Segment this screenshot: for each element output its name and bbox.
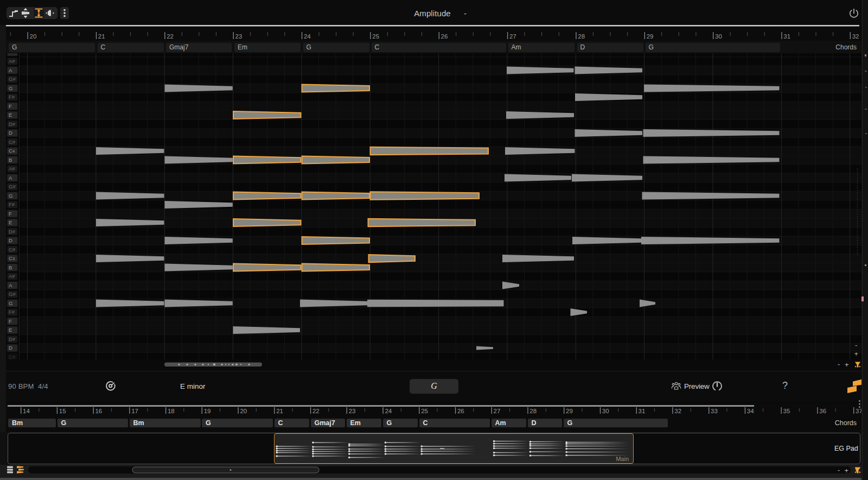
- svg-text:F#: F#: [9, 309, 15, 315]
- svg-text:F: F: [9, 318, 12, 324]
- svg-text:F#: F#: [9, 94, 15, 100]
- svg-text:16: 16: [95, 408, 102, 414]
- svg-text:+: +: [854, 350, 859, 358]
- svg-text:C3: C3: [9, 255, 15, 261]
- svg-text:30: 30: [715, 33, 722, 40]
- svg-text:C4: C4: [9, 148, 15, 154]
- svg-text:32: 32: [852, 33, 859, 40]
- svg-text:C#: C#: [9, 139, 16, 145]
- svg-text:+: +: [845, 361, 849, 369]
- svg-text:23: 23: [235, 33, 242, 40]
- svg-text:31: 31: [639, 408, 646, 414]
- svg-text:24: 24: [304, 33, 311, 40]
- svg-text:G#: G#: [9, 291, 16, 297]
- svg-text:E: E: [9, 112, 12, 118]
- svg-text:G: G: [9, 300, 12, 306]
- svg-text:34: 34: [747, 408, 754, 414]
- svg-text:G: G: [9, 85, 12, 91]
- svg-text:21: 21: [98, 33, 105, 40]
- svg-text:D#: D#: [9, 229, 16, 235]
- svg-text:A#: A#: [9, 273, 15, 279]
- svg-text:D: D: [9, 130, 12, 136]
- svg-text:31: 31: [783, 33, 790, 40]
- svg-text:28: 28: [578, 33, 585, 40]
- svg-text:18: 18: [168, 408, 175, 414]
- svg-text:D: D: [9, 237, 12, 243]
- svg-text:17: 17: [131, 408, 138, 414]
- svg-text:22: 22: [167, 33, 174, 40]
- svg-text:G: G: [9, 193, 12, 199]
- svg-text:14: 14: [23, 408, 30, 414]
- svg-text:28: 28: [529, 408, 537, 414]
- svg-text:27: 27: [509, 33, 516, 40]
- svg-text:G#: G#: [9, 184, 16, 190]
- svg-text:26: 26: [457, 408, 464, 414]
- svg-text:35: 35: [783, 408, 790, 414]
- svg-text:A#: A#: [9, 58, 15, 64]
- svg-text:29: 29: [647, 33, 654, 40]
- svg-text:32: 32: [674, 408, 681, 414]
- svg-text:25: 25: [372, 33, 379, 40]
- svg-text:E: E: [9, 219, 12, 225]
- svg-text:F#: F#: [9, 201, 15, 207]
- svg-text:23: 23: [349, 408, 356, 414]
- svg-text:-: -: [838, 360, 840, 368]
- svg-text:A: A: [9, 282, 12, 288]
- svg-text:27: 27: [494, 408, 501, 414]
- svg-text:A#: A#: [9, 166, 15, 172]
- svg-text:20: 20: [240, 408, 247, 414]
- svg-text:E: E: [9, 327, 12, 333]
- svg-text:15: 15: [59, 408, 66, 414]
- svg-text:F: F: [9, 211, 12, 217]
- svg-text:29: 29: [566, 408, 573, 414]
- svg-text:26: 26: [441, 33, 448, 40]
- svg-text:-: -: [838, 466, 840, 474]
- svg-text:F: F: [9, 103, 12, 109]
- svg-text:24: 24: [385, 408, 392, 414]
- svg-text:A: A: [9, 175, 12, 181]
- svg-text:C#: C#: [9, 247, 16, 252]
- svg-text:36: 36: [819, 408, 826, 414]
- svg-text:25: 25: [421, 408, 428, 414]
- svg-text:20: 20: [30, 33, 37, 40]
- svg-text:B: B: [9, 157, 12, 163]
- svg-text:33: 33: [711, 408, 718, 414]
- svg-text:-: -: [855, 341, 857, 349]
- svg-text:30: 30: [602, 408, 609, 414]
- svg-text:A: A: [9, 67, 12, 73]
- svg-text:G#: G#: [9, 76, 16, 82]
- svg-text:22: 22: [312, 408, 320, 414]
- svg-text:D#: D#: [9, 336, 16, 342]
- svg-text:D#: D#: [9, 121, 16, 127]
- svg-text:+: +: [845, 466, 849, 475]
- svg-text:19: 19: [204, 408, 211, 414]
- svg-text:21: 21: [276, 408, 283, 414]
- svg-text:B: B: [9, 264, 12, 270]
- svg-text:D: D: [9, 345, 12, 351]
